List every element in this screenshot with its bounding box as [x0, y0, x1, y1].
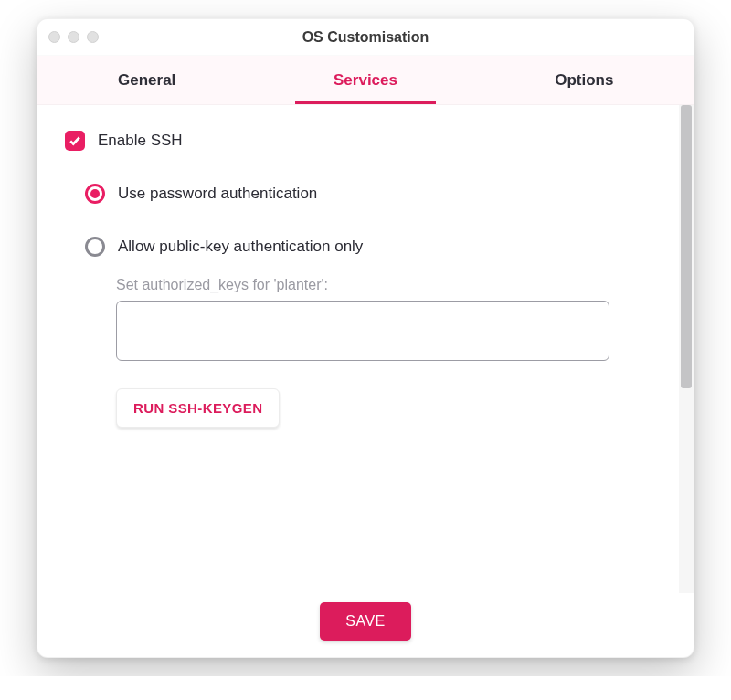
titlebar: OS Customisation [37, 19, 694, 56]
scrollbar-thumb[interactable] [681, 105, 692, 388]
authorized-keys-input[interactable] [116, 301, 609, 361]
check-icon [69, 134, 81, 147]
content: Enable SSH Use password authentication A… [37, 105, 679, 593]
save-button[interactable]: SAVE [320, 602, 411, 641]
footer: SAVE [37, 593, 694, 657]
enable-ssh-checkbox[interactable] [65, 131, 85, 151]
authorized-keys-label: Set authorized_keys for 'planter': [116, 277, 652, 293]
tabs: General Services Options [37, 56, 694, 105]
password-auth-radio[interactable] [85, 184, 105, 204]
enable-ssh-row: Enable SSH [65, 131, 652, 151]
pubkey-auth-row: Allow public-key authentication only [85, 237, 652, 257]
authorized-keys-section: Set authorized_keys for 'planter': RUN S… [116, 277, 652, 428]
pubkey-auth-label: Allow public-key authentication only [118, 238, 363, 256]
tab-general[interactable]: General [37, 56, 256, 104]
run-ssh-keygen-button[interactable]: RUN SSH-KEYGEN [116, 388, 280, 428]
tab-options[interactable]: Options [475, 56, 694, 104]
scrollbar[interactable] [679, 105, 694, 593]
password-auth-label: Use password authentication [118, 185, 317, 203]
content-wrap: Enable SSH Use password authentication A… [37, 105, 694, 593]
window: OS Customisation General Services Option… [37, 18, 694, 658]
window-title: OS Customisation [37, 29, 694, 46]
pubkey-auth-radio[interactable] [85, 237, 105, 257]
password-auth-row: Use password authentication [85, 184, 652, 204]
enable-ssh-label: Enable SSH [98, 132, 183, 150]
tab-services[interactable]: Services [256, 56, 474, 104]
